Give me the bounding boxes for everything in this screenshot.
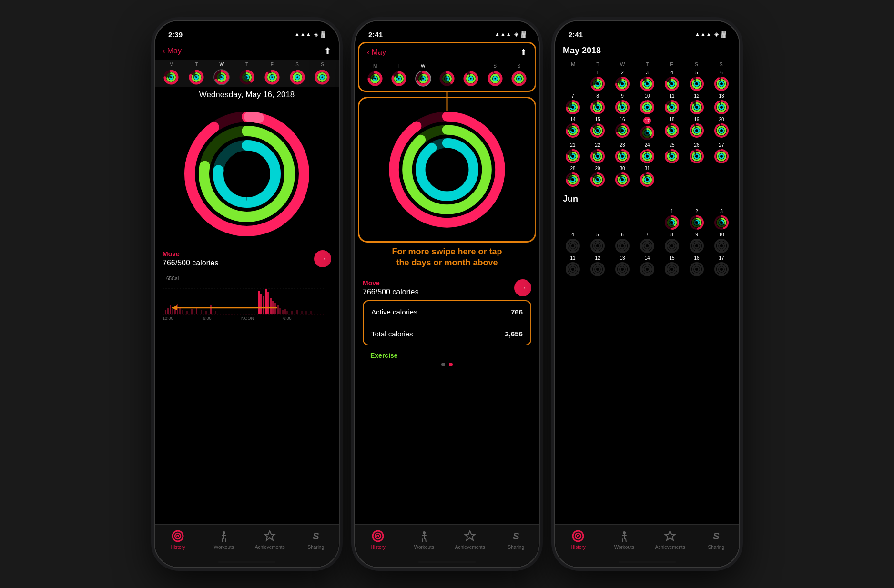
cal-may-25[interactable]: 25 (660, 142, 684, 165)
day-thu[interactable]: T (239, 62, 255, 85)
cal-jun-7[interactable]: 7 (635, 231, 659, 254)
cal-may-30[interactable]: 30 (610, 165, 634, 188)
day-mon[interactable]: M (163, 62, 179, 85)
main-ring-1[interactable]: → → ↑ (155, 102, 339, 245)
cal-may-23[interactable]: 23 (610, 142, 634, 165)
cal-may-10[interactable]: 10 (635, 92, 659, 116)
tab-workouts-2[interactable]: Workouts (405, 529, 443, 550)
cal-may-12[interactable]: 12 (685, 92, 709, 116)
cal-jun-16[interactable]: 16 (685, 254, 709, 278)
share-button-1[interactable]: ⬆ (324, 46, 331, 56)
notch-2 (409, 21, 485, 35)
svg-point-130 (469, 77, 473, 81)
cal-may-14[interactable]: 14 (561, 116, 585, 142)
cal-may-7[interactable]: 7 (561, 92, 585, 116)
cal-jun-11[interactable]: 11 (561, 254, 585, 278)
cal-may-13[interactable]: 13 (710, 92, 733, 116)
cal-jun-8[interactable]: 8 (660, 231, 684, 254)
cal-may-28[interactable]: 28 (561, 165, 585, 188)
svg-rect-56 (170, 305, 171, 314)
move-detail-btn-2[interactable]: → (514, 279, 531, 296)
cal-jun-3[interactable]: 3 (710, 208, 733, 231)
tab-achievements-3[interactable]: Achievements (651, 529, 689, 550)
tab-sharing-3[interactable]: S Sharing (697, 529, 735, 550)
cal-may-20[interactable]: 20 (710, 116, 733, 142)
day-sun[interactable]: S (314, 62, 330, 85)
cal-jun-17[interactable]: 17 (710, 254, 733, 278)
cal-jun-14[interactable]: 14 (635, 254, 659, 278)
week-strip-2: M T (359, 61, 535, 89)
move-detail-btn-1[interactable]: → (314, 250, 331, 267)
cal-may-17-today[interactable]: 17 (635, 116, 659, 142)
svg-text:6:00: 6:00 (283, 316, 292, 320)
cal-jun-10[interactable]: 10 (710, 231, 733, 254)
cal-may-15[interactable]: 15 (586, 116, 610, 142)
day-sun-2[interactable]: S (511, 63, 527, 87)
day-thu-2[interactable]: T (439, 63, 455, 87)
cal-may-27[interactable]: 27 (710, 142, 733, 165)
cal-jun-13[interactable]: 13 (610, 254, 634, 278)
tab-achievements-1[interactable]: Achievements (251, 529, 289, 550)
day-mon-2[interactable]: M (367, 63, 383, 87)
main-ring-2[interactable]: » ↑ (359, 103, 535, 236)
tab-workouts-1[interactable]: Workouts (205, 529, 243, 550)
tab-history-2[interactable]: History (359, 529, 397, 550)
cal-may-26[interactable]: 26 (685, 142, 709, 165)
cal-may-21[interactable]: 21 (561, 142, 585, 165)
cal-may-6[interactable]: 6 (710, 69, 733, 92)
tab-sharing-1[interactable]: S Sharing (297, 529, 335, 550)
day-ring-sat-2 (487, 71, 503, 87)
cal-may-16[interactable]: 16 (610, 116, 634, 142)
svg-point-403 (573, 531, 583, 541)
day-wed-current-2[interactable]: W (415, 63, 431, 87)
cal-may-24[interactable]: 24 (635, 142, 659, 165)
day-tue-2[interactable]: T (391, 63, 407, 87)
tab-achievements-2[interactable]: Achievements (451, 529, 489, 550)
svg-point-399 (695, 267, 699, 272)
cal-jun-15[interactable]: 15 (660, 254, 684, 278)
tab-sharing-2[interactable]: S Sharing (497, 529, 535, 550)
day-fri-2[interactable]: F (463, 63, 479, 87)
tab-workouts-3[interactable]: Workouts (605, 529, 643, 550)
cal-may-4[interactable]: 4 (660, 69, 684, 92)
cal-may-5[interactable]: 5 (685, 69, 709, 92)
svg-point-153 (377, 535, 379, 537)
cal-may-29[interactable]: 29 (586, 165, 610, 188)
svg-point-393 (645, 267, 650, 272)
cal-jun-4[interactable]: 4 (561, 231, 585, 254)
cal-may-1[interactable]: 1 (586, 69, 610, 92)
main-ring-svg-1: → → ↑ (180, 107, 314, 241)
cal-may-8[interactable]: 8 (586, 92, 610, 116)
cal-may-19[interactable]: 19 (685, 116, 709, 142)
cal-may-11[interactable]: 11 (660, 92, 684, 116)
svg-point-300 (645, 154, 650, 159)
tab-sharing-label-1: Sharing (308, 545, 324, 550)
cal-may-22[interactable]: 22 (586, 142, 610, 165)
cal-jun-5[interactable]: 5 (586, 231, 610, 254)
svg-text:S: S (713, 531, 720, 541)
calendar-content: May 2018 M T W T F S S 0 1 2 3 4 (555, 42, 739, 278)
day-sat[interactable]: S (289, 62, 305, 85)
day-tue[interactable]: T (188, 62, 204, 85)
cal-jun-1[interactable]: 1 (660, 208, 684, 231)
day-sat-2[interactable]: S (487, 63, 503, 87)
cal-jun-6[interactable]: 6 (610, 231, 634, 254)
day-fri[interactable]: F (264, 62, 280, 85)
share-button-2[interactable]: ⬆ (520, 47, 527, 58)
svg-rect-81 (286, 311, 288, 314)
cal-may-2[interactable]: 2 (610, 69, 634, 92)
cal-may-9[interactable]: 9 (610, 92, 634, 116)
back-button-2[interactable]: ‹ May (367, 48, 386, 57)
cal-may-31[interactable]: 31 (635, 165, 659, 188)
day-wed-current[interactable]: W (213, 62, 230, 85)
cal-may-18[interactable]: 18 (660, 116, 684, 142)
tab-history-3[interactable]: History (559, 529, 597, 550)
svg-point-342 (645, 178, 650, 182)
tab-achievements-label-1: Achievements (255, 545, 285, 550)
cal-may-3[interactable]: 3 (635, 69, 659, 92)
back-button-1[interactable]: ‹ May (163, 47, 182, 55)
cal-jun-9[interactable]: 9 (685, 231, 709, 254)
cal-jun-2[interactable]: 2 (685, 208, 709, 231)
tab-history-1[interactable]: History (159, 529, 197, 550)
cal-jun-12[interactable]: 12 (586, 254, 610, 278)
